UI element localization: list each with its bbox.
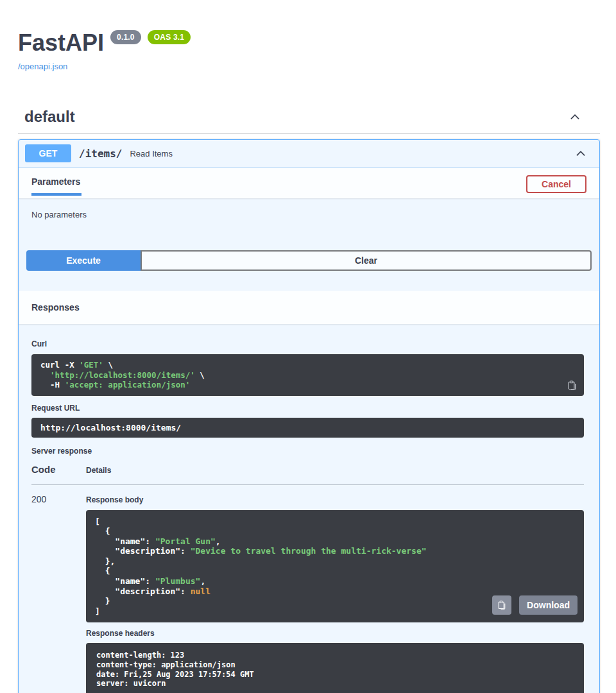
opblock-get-items: GET /items/ Read Items Parameters Cancel… (18, 139, 600, 693)
response-details: Response body [ { "name": "Portal Gun", … (86, 494, 584, 693)
json-line: "description": "Device to travel through… (95, 546, 575, 556)
operation-body: No parameters Execute Clear Responses Cu… (19, 198, 599, 693)
curl-line: curl -X 'GET' \ (40, 360, 575, 370)
json-line: }, (95, 556, 575, 567)
operation-path: /items/ (79, 148, 122, 160)
header-line: date: Fri,25 Aug 2023 17:57:54 GMT (96, 670, 574, 680)
cancel-button[interactable]: Cancel (526, 175, 586, 193)
response-body-label: Response body (86, 494, 584, 510)
oas-badge: OAS 3.1 (148, 30, 191, 44)
json-line: { (95, 526, 575, 536)
openapi-spec-link[interactable]: /openapi.json (18, 62, 67, 71)
json-line: "name": "Portal Gun", (95, 536, 575, 547)
tab-parameters[interactable]: Parameters (31, 174, 81, 196)
tag-title: default (24, 108, 75, 126)
json-line: "description": null (95, 586, 575, 597)
download-button[interactable]: Download (519, 595, 578, 615)
curl-label: Curl (31, 324, 584, 354)
curl-line: -H 'accept: application/json' (40, 380, 575, 390)
swagger-ui-page: FastAPI 0.1.0 OAS 3.1 /openapi.json defa… (0, 0, 616, 693)
execute-button[interactable]: Execute (26, 250, 141, 271)
request-url-value: http://localhost:8000/items/ (40, 423, 575, 432)
execute-button-group: Execute Clear (26, 250, 592, 271)
operation-summary-text: Read Items (130, 149, 172, 158)
response-table-head: Code Details (31, 456, 584, 485)
server-response-label: Server response (31, 438, 584, 456)
json-line: "name": "Plumbus", (95, 576, 575, 586)
clear-button[interactable]: Clear (141, 250, 592, 271)
curl-line: 'http://localhost:8000/items/' \ (40, 370, 575, 381)
server-response-table: Code Details 200 Response body [ { "n (31, 456, 584, 693)
tag-section-default: default GET /items/ Read Items Parameter… (18, 108, 600, 693)
response-headers-block: content-length: 123 content-type: applic… (86, 643, 584, 693)
response-body-actions: Download (492, 595, 578, 615)
json-line: { (95, 566, 575, 576)
header-line: content-length: 123 (96, 651, 574, 660)
json-line: [ (95, 517, 575, 527)
request-url-block: http://localhost:8000/items/ (31, 418, 584, 438)
details-column-header: Details (86, 466, 584, 475)
chevron-up-icon[interactable] (568, 110, 582, 124)
response-headers-label: Response headers (86, 622, 584, 643)
tab-parameters-label: Parameters (31, 176, 80, 187)
request-url-label: Request URL (31, 396, 584, 418)
curl-command-block: curl -X 'GET' \ 'http://localhost:8000/i… (31, 354, 584, 396)
header-line: server: uvicorn (96, 679, 574, 689)
responses-section-title: Responses (31, 302, 80, 312)
version-badge: 0.1.0 (110, 30, 141, 44)
header-line: content-type: application/json (96, 660, 574, 670)
operation-summary-row[interactable]: GET /items/ Read Items (19, 140, 599, 167)
get-method-badge: GET (25, 144, 71, 162)
copy-to-clipboard-button[interactable] (492, 595, 511, 615)
code-column-header: Code (31, 464, 86, 475)
api-info: FastAPI 0.1.0 OAS 3.1 /openapi.json (18, 32, 600, 72)
api-title: FastAPI (18, 32, 104, 54)
response-body-block: [ { "name": "Portal Gun", "description":… (86, 510, 584, 623)
parameters-header: Parameters Cancel (19, 167, 599, 198)
status-code: 200 (31, 494, 86, 693)
title-row: FastAPI 0.1.0 OAS 3.1 (18, 32, 600, 54)
copy-to-clipboard-icon[interactable] (567, 380, 578, 391)
chevron-up-icon[interactable] (574, 146, 588, 160)
no-parameters-text: No parameters (19, 198, 599, 219)
response-row-200: 200 Response body [ { "name": "Portal Gu… (31, 485, 584, 693)
responses-inner: Curl curl -X 'GET' \ 'http://localhost:8… (19, 324, 599, 693)
spacer (19, 271, 599, 291)
tag-header-default[interactable]: default (18, 108, 600, 134)
responses-section-header: Responses (19, 291, 599, 324)
